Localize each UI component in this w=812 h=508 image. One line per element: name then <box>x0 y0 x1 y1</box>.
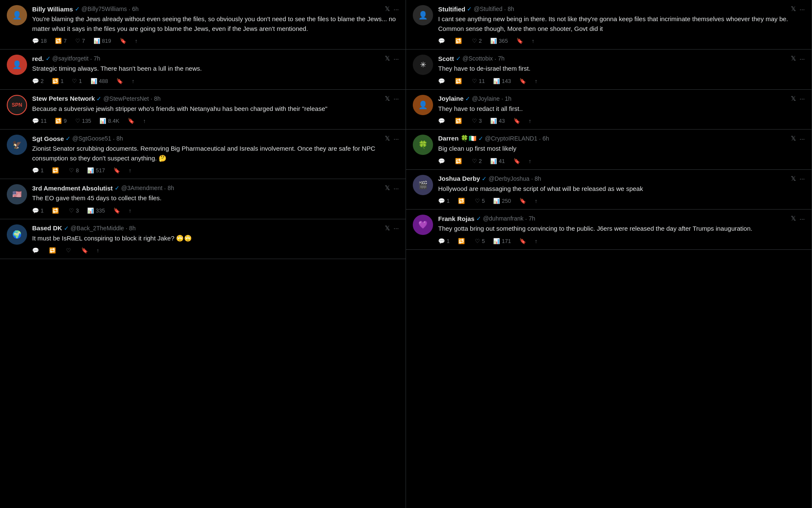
more-options-button[interactable]: ··· <box>799 215 805 222</box>
username[interactable]: @Billy75Williams <box>82 6 127 12</box>
display-name[interactable]: Joylaine <box>438 95 464 102</box>
more-options-button[interactable]: ··· <box>393 6 399 13</box>
reply-button[interactable]: 💬1 <box>438 198 450 204</box>
username[interactable]: @SgtGoose51 <box>72 135 111 142</box>
views-button[interactable]: 📊43 <box>490 118 505 124</box>
like-button[interactable]: ♡1 <box>72 78 82 84</box>
more-options-button[interactable]: ··· <box>799 95 805 102</box>
display-name[interactable]: Scott <box>438 55 454 62</box>
display-name[interactable]: Stew Peters Network <box>32 95 95 102</box>
reply-button[interactable]: 💬1 <box>32 167 44 174</box>
x-icon[interactable]: 𝕏 <box>385 55 390 62</box>
display-name[interactable]: red. <box>32 55 44 62</box>
reply-button[interactable]: 💬11 <box>32 118 47 124</box>
retweet-button[interactable]: 🔁1 <box>52 78 63 84</box>
x-icon[interactable]: 𝕏 <box>791 55 796 62</box>
display-name[interactable]: Frank Rojas <box>438 215 475 222</box>
reply-button[interactable]: 💬 <box>32 247 41 254</box>
reply-button[interactable]: 💬 <box>438 38 447 44</box>
more-options-button[interactable]: ··· <box>799 175 805 182</box>
like-button[interactable]: ♡8 <box>69 167 79 174</box>
reply-button[interactable]: 💬 <box>438 78 447 84</box>
username[interactable]: @Back_2TheMiddle <box>71 225 124 232</box>
like-button[interactable]: ♡ <box>66 247 73 254</box>
avatar-joshua-derby[interactable]: 🎬 <box>413 175 433 195</box>
like-button[interactable]: ♡11 <box>472 78 485 84</box>
avatar-red[interactable]: 👤 <box>7 55 27 75</box>
views-button[interactable]: 📊171 <box>493 238 511 244</box>
like-button[interactable]: ♡3 <box>472 118 482 124</box>
share-button[interactable]: ↑ <box>532 38 535 44</box>
more-options-button[interactable]: ··· <box>393 185 399 192</box>
more-options-button[interactable]: ··· <box>393 95 399 102</box>
retweet-button[interactable]: 🔁 <box>455 118 464 124</box>
display-name[interactable]: Darren 🍀🇮🇪 <box>438 135 477 142</box>
bookmark-button[interactable]: 🔖 <box>516 38 523 44</box>
username[interactable]: @Scottobix <box>463 55 493 62</box>
avatar-billy-williams[interactable]: 👤 <box>7 5 27 25</box>
bookmark-button[interactable]: 🔖 <box>113 167 120 174</box>
retweet-button[interactable]: 🔁 <box>455 78 464 84</box>
views-button[interactable]: 📊819 <box>93 38 111 44</box>
views-button[interactable]: 📊335 <box>87 207 105 214</box>
display-name[interactable]: Joshua Derby <box>438 175 480 182</box>
reply-button[interactable]: 💬 <box>438 118 447 124</box>
display-name[interactable]: Stultified <box>438 6 465 13</box>
bookmark-button[interactable]: 🔖 <box>116 78 123 84</box>
views-button[interactable]: 📊41 <box>490 158 505 164</box>
display-name[interactable]: Sgt Goose <box>32 135 64 142</box>
username[interactable]: @3Amendment <box>121 185 162 191</box>
share-button[interactable]: ↑ <box>143 118 146 124</box>
avatar-3rd-amendment[interactable]: 🇺🇸 <box>7 184 27 204</box>
more-options-button[interactable]: ··· <box>393 224 399 232</box>
x-icon[interactable]: 𝕏 <box>791 5 796 13</box>
retweet-button[interactable]: 🔁 <box>49 247 58 254</box>
avatar-sgt-goose[interactable]: 🦅 <box>7 135 27 155</box>
reply-button[interactable]: 💬1 <box>32 207 44 214</box>
avatar-joylaine[interactable]: 👤 <box>413 95 433 115</box>
x-icon[interactable]: 𝕏 <box>791 95 796 102</box>
bookmark-button[interactable]: 🔖 <box>120 38 126 44</box>
x-icon[interactable]: 𝕏 <box>385 224 390 232</box>
like-button[interactable]: ♡2 <box>472 158 482 164</box>
share-button[interactable]: ↑ <box>535 238 538 244</box>
retweet-button[interactable]: 🔁 <box>458 238 466 244</box>
username[interactable]: @Stultified <box>474 6 502 12</box>
avatar-stultified[interactable]: 👤 <box>413 5 433 25</box>
x-icon[interactable]: 𝕏 <box>791 175 796 182</box>
share-button[interactable]: ↑ <box>129 167 132 174</box>
more-options-button[interactable]: ··· <box>799 135 805 142</box>
reply-button[interactable]: 💬 <box>438 158 447 164</box>
like-button[interactable]: ♡3 <box>69 207 79 214</box>
more-options-button[interactable]: ··· <box>393 55 399 62</box>
more-options-button[interactable]: ··· <box>393 135 399 142</box>
bookmark-button[interactable]: 🔖 <box>513 118 520 124</box>
retweet-button[interactable]: 🔁 <box>52 207 60 214</box>
like-button[interactable]: ♡5 <box>475 198 485 204</box>
share-button[interactable]: ↑ <box>132 78 134 84</box>
reply-button[interactable]: 💬2 <box>32 78 44 84</box>
username[interactable]: @CryptoIRELAND1 <box>485 135 538 142</box>
avatar-stew-peters[interactable]: SPN <box>7 95 27 115</box>
bookmark-button[interactable]: 🔖 <box>81 247 88 254</box>
bookmark-button[interactable]: 🔖 <box>519 198 526 204</box>
x-icon[interactable]: 𝕏 <box>385 184 390 192</box>
display-name[interactable]: Based DK <box>32 224 62 232</box>
username[interactable]: @DerbyJoshua <box>488 175 529 182</box>
bookmark-button[interactable]: 🔖 <box>519 78 526 84</box>
x-icon[interactable]: 𝕏 <box>385 5 390 13</box>
x-icon[interactable]: 𝕏 <box>791 215 796 222</box>
views-button[interactable]: 📊488 <box>91 78 108 84</box>
x-icon[interactable]: 𝕏 <box>385 135 390 142</box>
share-button[interactable]: ↑ <box>529 118 532 124</box>
bookmark-button[interactable]: 🔖 <box>113 207 120 214</box>
like-button[interactable]: ♡7 <box>75 38 85 44</box>
retweet-button[interactable]: 🔁9 <box>55 118 66 124</box>
reply-button[interactable]: 💬18 <box>32 38 47 44</box>
share-button[interactable]: ↑ <box>535 198 538 204</box>
retweet-button[interactable]: 🔁 <box>455 158 464 164</box>
display-name[interactable]: 3rd Amendment Absolutist <box>32 185 113 192</box>
bookmark-button[interactable]: 🔖 <box>513 158 520 164</box>
username[interactable]: @sayitforgetit <box>52 55 89 62</box>
like-button[interactable]: ♡135 <box>75 118 91 124</box>
